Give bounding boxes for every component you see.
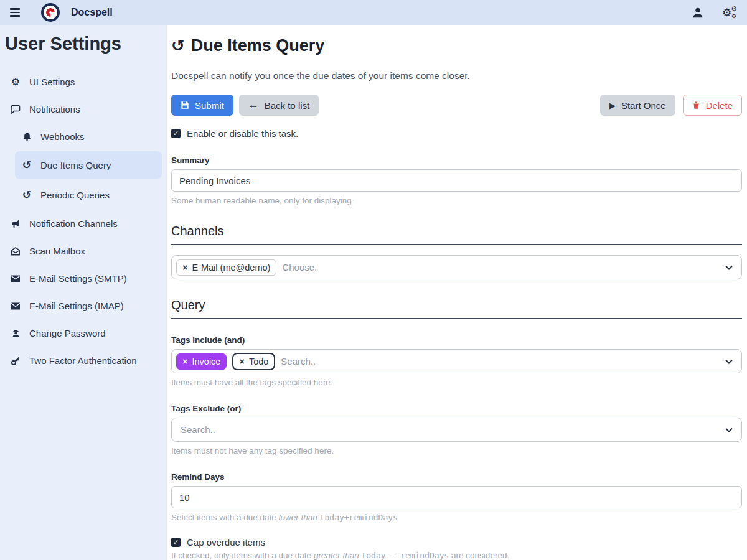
chevron-down-icon (725, 359, 733, 364)
bullhorn-icon (10, 219, 21, 229)
tags-exclude-label: Tags Exclude (or) (171, 404, 742, 413)
sidebar-item-label: UI Settings (29, 77, 75, 87)
sidebar-item-email-smtp[interactable]: E-Mail Settings (SMTP) (4, 266, 162, 291)
sidebar-item-two-factor[interactable]: Two Factor Authentication (4, 348, 162, 373)
envelope-icon (10, 274, 21, 283)
start-once-button[interactable]: ▶ Start Once (600, 95, 675, 116)
play-icon: ▶ (609, 101, 616, 110)
channels-placeholder: Choose. (282, 262, 317, 273)
sidebar-item-label: E-Mail Settings (IMAP) (29, 301, 124, 311)
history-icon: ↺ (21, 189, 32, 202)
sidebar-item-label: Change Password (29, 328, 106, 338)
close-icon[interactable]: × (239, 357, 244, 366)
envelope-icon (10, 302, 21, 310)
delete-button-label: Delete (706, 100, 733, 111)
bell-icon (21, 132, 32, 142)
chevron-down-icon (725, 427, 733, 432)
gears-icon[interactable]: ⚙⚙⚙ (722, 7, 737, 18)
sidebar-item-label: E-Mail Settings (SMTP) (29, 273, 127, 284)
back-button-label: Back to list (265, 100, 310, 111)
delete-button[interactable]: Delete (683, 95, 742, 116)
remind-days-input[interactable] (171, 486, 742, 508)
summary-input[interactable] (171, 169, 742, 192)
docspell-logo[interactable] (41, 3, 60, 22)
summary-label: Summary (171, 156, 742, 165)
cap-overdue-row: ✓ Cap overdue items (171, 537, 742, 548)
sidebar-item-label: Notification Channels (29, 218, 118, 229)
page-description: Docspell can notify you once the due dat… (171, 70, 742, 82)
sidebar-item-label: Two Factor Authentication (29, 355, 137, 366)
submit-button[interactable]: Submit (171, 95, 233, 116)
submit-button-label: Submit (195, 100, 224, 111)
brand-title[interactable]: Docspell (71, 7, 113, 18)
sidebar-item-label: Periodic Queries (40, 190, 110, 200)
tag-chip-todo: × Todo (232, 353, 275, 370)
cap-overdue-label: Cap overdue items (187, 537, 265, 548)
tag-chip-invoice: × Invoice (176, 353, 227, 370)
tags-exclude-placeholder: Search.. (181, 424, 215, 435)
cap-overdue-help: If checked, only items with a due date g… (171, 551, 742, 560)
tag-chip-label: Todo (249, 357, 268, 366)
tag-chip-label: Invoice (192, 357, 220, 366)
start-once-label: Start Once (621, 100, 666, 111)
user-secret-icon (10, 329, 21, 338)
sidebar-item-webhooks[interactable]: Webhooks (15, 124, 162, 149)
sidebar-item-scan-mailbox[interactable]: Scan Mailbox (4, 238, 162, 264)
trash-icon (692, 101, 700, 110)
sidebar-item-label: Due Items Query (40, 160, 111, 170)
enable-task-label: Enable or disable this task. (187, 128, 298, 139)
tags-include-placeholder: Search.. (281, 356, 316, 366)
tags-exclude-help: Items must not have any tag specified he… (171, 446, 742, 455)
summary-help: Some human readable name, only for displ… (171, 196, 742, 205)
sidebar-item-label: Scan Mailbox (29, 246, 85, 256)
key-icon (10, 356, 21, 366)
sidebar-title: User Settings (5, 34, 162, 54)
comment-icon (10, 105, 21, 114)
enable-task-checkbox[interactable]: ✓ (171, 129, 181, 138)
action-button-row: Submit ← Back to list ▶ Start Once (171, 95, 742, 116)
arrow-left-icon: ← (248, 99, 259, 111)
enable-task-row: ✓ Enable or disable this task. (171, 128, 742, 139)
user-icon[interactable] (691, 6, 705, 19)
tags-include-select[interactable]: × Invoice × Todo Search.. (171, 349, 742, 373)
tags-include-label: Tags Include (and) (171, 335, 742, 345)
sidebar-item-notification-channels[interactable]: Notification Channels (4, 211, 162, 236)
envelope-open-icon (10, 246, 21, 256)
cap-overdue-checkbox[interactable]: ✓ (171, 538, 181, 547)
sidebar-item-notifications[interactable]: Notifications (4, 96, 162, 122)
sidebar-item-email-imap[interactable]: E-Mail Settings (IMAP) (4, 293, 162, 319)
sidebar-item-label: Webhooks (40, 131, 85, 142)
sidebar-item-change-password[interactable]: Change Password (4, 320, 162, 346)
sidebar: User Settings ⚙ UI Settings Notification… (0, 25, 167, 560)
sidebar-item-periodic-queries[interactable]: ↺ Periodic Queries (15, 181, 162, 209)
channel-chip: × E-Mail (me@demo) (176, 259, 276, 276)
sidebar-item-due-items-query[interactable]: ↺ Due Items Query (15, 151, 162, 179)
history-icon: ↺ (21, 159, 32, 172)
tags-exclude-select[interactable]: Search.. (171, 418, 742, 442)
page-title-text: Due Items Query (191, 36, 325, 55)
chevron-down-icon (725, 265, 733, 270)
channels-heading: Channels (171, 224, 742, 245)
gear-icon: ⚙ (10, 77, 21, 87)
channels-select[interactable]: × E-Mail (me@demo) Choose. (171, 255, 742, 279)
query-heading: Query (171, 298, 742, 319)
remind-days-help: Select items with a due date lower than … (171, 513, 742, 522)
save-icon (181, 101, 189, 110)
remind-days-label: Remind Days (171, 472, 742, 482)
hamburger-menu-icon[interactable] (10, 8, 20, 17)
close-icon[interactable]: × (182, 263, 187, 273)
page-title: ↺ Due Items Query (171, 36, 742, 55)
sidebar-item-label: Notifications (29, 104, 80, 114)
tags-include-help: Items must have all the tags specified h… (171, 378, 742, 387)
channel-chip-label: E-Mail (me@demo) (192, 263, 270, 273)
back-to-list-button[interactable]: ← Back to list (239, 95, 319, 116)
main-content: ↺ Due Items Query Docspell can notify yo… (167, 25, 747, 560)
close-icon[interactable]: × (182, 357, 187, 366)
sidebar-item-ui-settings[interactable]: ⚙ UI Settings (4, 69, 162, 95)
history-icon: ↺ (171, 36, 185, 55)
top-navbar: Docspell ⚙⚙⚙ (0, 0, 747, 25)
